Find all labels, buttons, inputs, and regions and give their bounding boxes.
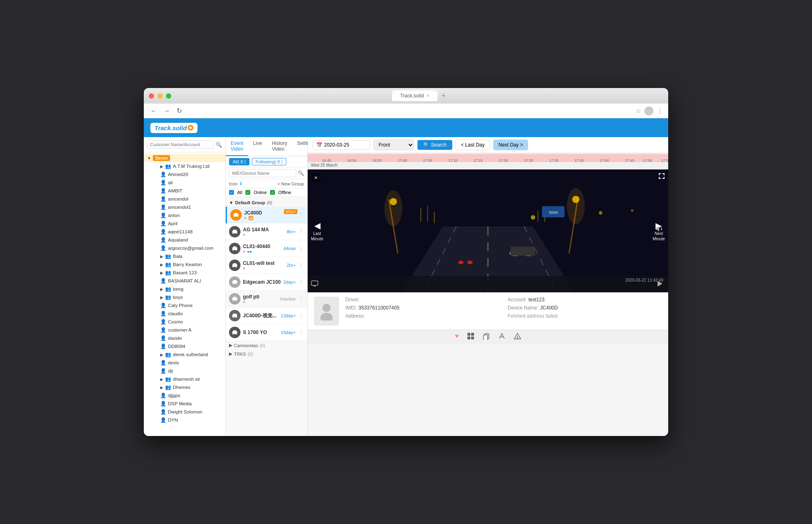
sidebar-item-barry[interactable]: ▶ 👥 Barry Kearton [152,260,225,269]
group-count: (8) [267,200,272,205]
sidebar-item-boys[interactable]: ▶ 👥 boys [152,293,225,301]
sidebar-item-caty[interactable]: 👤 Caty Phone [152,301,225,309]
device-more-icon[interactable]: ⋮ [298,262,304,269]
sidebar-item-aqeel[interactable]: 👤 aqeel11148 [152,228,225,236]
timeline-time-11: 17:40 [600,158,609,163]
heart-icon: ♥ [243,233,245,237]
online-checkbox[interactable]: ✓ [245,190,250,195]
video-expand-button[interactable] [658,173,665,181]
new-tab-button[interactable]: + [442,92,446,100]
timeline-bar[interactable]: Wed 25 March 16:45 16:50 16:55 17:00 17:… [308,153,668,169]
sidebar-label: djt [168,368,173,373]
device-item-ag144ma[interactable]: AG 144 MA ♥ 8hr+ ⋮ [226,224,307,240]
device-item-edgecam[interactable]: Edgecam JC100 2day+ ⋮ [226,274,307,291]
offline-checkbox[interactable]: ✓ [270,190,275,195]
all-checkbox[interactable]: ✓ [229,190,234,195]
tab-close-icon[interactable]: × [426,93,429,99]
sidebar-item-dharmesh[interactable]: ▶ 👥 dharmesh sir [152,375,225,383]
device-item-jc400d-vision[interactable]: JC400D-视觉... 13day+ ⋮ [226,307,307,324]
device-item-s1700yo[interactable]: S 1700 YO 15day+ ⋮ [226,324,307,341]
audio-button[interactable] [655,225,663,235]
sidebar-item-bala[interactable]: ▶ 👥 Bala [152,252,225,260]
tab-live[interactable]: Live [248,137,267,156]
search-button[interactable]: 🔍 Search [417,140,452,150]
device-icon [230,209,242,221]
sidebar-item-derek[interactable]: ▶ 👥 derek sutherland [152,350,225,359]
device-search-input[interactable] [229,169,296,177]
grid-view-button[interactable] [467,332,474,341]
new-group-button[interactable]: + New Group [277,181,304,186]
alert-button[interactable] [514,332,521,341]
sidebar-item-dyn[interactable]: 👤 DYN [152,416,225,424]
video-close-button[interactable]: × [311,173,321,183]
sidebar-item-customer-a[interactable]: 👤 customer A [152,326,225,334]
sidebar-item-beng[interactable]: ▶ 👥 beng [152,285,225,293]
device-more-icon[interactable]: ⋮ [298,279,304,285]
sidebar-item-dd8094[interactable]: 👤 DD8094 [152,342,225,350]
video-prev-button[interactable]: ◀ Last Minute [311,221,323,241]
sidebar-item-aqualand[interactable]: 👤 Aqualand [152,236,225,244]
device-item-cl0140440[interactable]: CL01-40440 ♥ ●● 44min ⋮ [226,240,307,257]
sidebar-item-anton[interactable]: 👤 anton [152,211,225,219]
sidebar-item-atm[interactable]: ▶ 👥 A.T.M Truking Ltd [152,162,225,170]
back-button[interactable]: ← [149,106,159,115]
sidebar-item-davide[interactable]: 👤 davide [152,334,225,342]
following-filter-btn[interactable]: Following( 0 ) [252,158,286,165]
minimize-button[interactable] [157,93,163,99]
bookmark-icon[interactable]: ☆ [635,107,641,115]
device-more-icon[interactable]: ⋮ [298,212,304,218]
sidebar-item-dhemes[interactable]: ▶ 👥 Dhemes [152,383,225,391]
sidebar-item-ali[interactable]: 👤 ali [152,178,225,187]
sidebar-item-ambit[interactable]: 👤 AMBIT [152,187,225,195]
sidebar-item-claudio[interactable]: 👤 claudio [152,309,225,318]
group-header-trks[interactable]: ▶ TRKS (0) [226,350,307,358]
device-item-jc400d[interactable]: JC400D ♥ 📶 5day+ ⋮ [226,207,307,224]
org-icon: 👥 [165,294,171,300]
mac-window: Track.solid × + ← → ↻ ☆ ⋮ Track.solid [144,88,668,436]
device-item-golfpti[interactable]: golf pti ♥ Inactive ⋮ [226,291,307,307]
sidebar-item-dsp[interactable]: 👤 DSP Media [152,400,225,408]
sidebar-item-ahmed20[interactable]: 👤 Ahmed20 [152,170,225,178]
date-picker[interactable]: 📅 2020-03-25 [313,140,370,150]
device-item-cl01willtest[interactable]: CL01-will test ♥ 2hr+ ⋮ [226,257,307,274]
forward-button[interactable]: → [162,106,172,115]
device-more-icon[interactable]: ⋮ [298,245,304,252]
group-header-default[interactable]: ▼ Default Group (8) [226,199,307,207]
sidebar-item-devis[interactable]: 👤 devis [152,359,225,367]
sidebar-item-amcendol[interactable]: 👤 amcendol [152,195,225,203]
copy-button[interactable] [483,332,490,341]
sidebar-item-dwight[interactable]: 👤 Dwight Solomon [152,408,225,416]
sidebar-item-djjgps[interactable]: 👤 djjgps [152,391,225,400]
route-button[interactable] [498,332,506,341]
sidebar-item-basant[interactable]: ▶ 👥 Basant 123 [152,269,225,277]
all-filter-btn[interactable]: All( 8 ) [229,158,249,165]
sidebar-root-demo[interactable]: ▼ Demo [144,154,225,162]
last-day-button[interactable]: < Last Day [456,140,490,150]
close-button[interactable] [149,93,154,99]
tab-history-video[interactable]: History Video [267,137,292,156]
device-more-icon[interactable]: ⋮ [298,312,304,319]
tab-event-video[interactable]: Event Video [226,137,248,156]
browser-tab[interactable]: Track.solid × [392,90,438,101]
device-more-icon[interactable]: ⋮ [298,329,304,336]
device-more-icon[interactable]: ⋮ [298,296,304,302]
sidebar-search-input[interactable] [147,140,214,149]
next-day-button[interactable]: Next Day > [493,140,528,150]
sidebar-item-april[interactable]: 👤 April [152,219,225,228]
screen-icon[interactable] [311,280,318,289]
camera-selector[interactable]: Front Rear [373,140,414,150]
org-icon: 👥 [165,262,171,267]
menu-icon[interactable]: ⋮ [657,107,663,115]
driver-avatar [314,297,339,325]
refresh-button[interactable]: ↻ [175,106,184,115]
sidebar-item-cosmo[interactable]: 👤 Cosmo [152,318,225,326]
device-more-icon[interactable]: ⋮ [298,228,304,235]
favorite-button[interactable]: ♥ [455,332,459,341]
svg-point-23 [233,300,234,301]
sidebar-item-djt[interactable]: 👤 djt [152,367,225,375]
sidebar-item-amcendol1[interactable]: 👤 amcendol1 [152,203,225,211]
maximize-button[interactable] [166,93,171,99]
group-header-camionetas[interactable]: ▶ Camionetas (0) [226,341,307,350]
sidebar-item-basharat[interactable]: 👤 BASHARAT ALI [152,277,225,285]
sidebar-item-argox[interactable]: 👤 argoxcoy@gmail.com [152,244,225,252]
